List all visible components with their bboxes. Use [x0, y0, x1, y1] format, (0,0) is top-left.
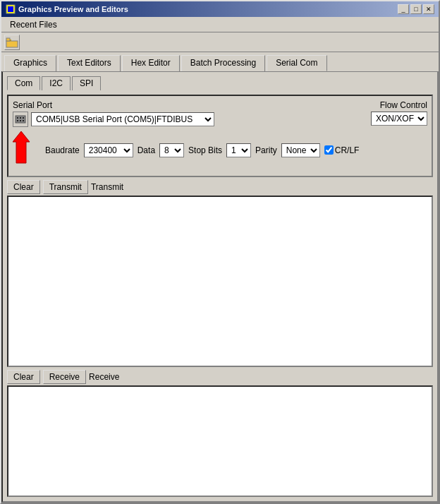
sub-tab-spi[interactable]: SPI: [72, 76, 101, 90]
main-window: Graphics Preview and Editors _ □ ✕ Recen…: [0, 0, 440, 504]
title-bar: Graphics Preview and Editors _ □ ✕: [1, 1, 439, 17]
svg-rect-10: [20, 120, 21, 121]
svg-marker-13: [13, 131, 30, 163]
svg-rect-1: [8, 6, 13, 12]
transmit-section-label: Transmit: [91, 182, 123, 192]
tab-content: Com I2C SPI Serial Port: [1, 71, 439, 503]
sub-tab-com[interactable]: Com: [7, 76, 40, 90]
transmit-clear-button[interactable]: Clear: [7, 180, 40, 194]
serial-panel: Serial Port: [7, 95, 433, 177]
serial-port-select[interactable]: COM5|USB Serial Port (COM5)|FTDIBUS: [31, 112, 214, 126]
transmit-toolbar: Clear Transmit Transmit: [7, 180, 433, 194]
sub-tabs: Com I2C SPI: [7, 76, 433, 90]
serial-port-icon: [13, 112, 28, 127]
serial-port-row: COM5|USB Serial Port (COM5)|FTDIBUS: [13, 112, 214, 127]
svg-rect-6: [17, 117, 18, 119]
menubar: Recent Files: [1, 17, 439, 32]
data-bits-select[interactable]: 5 6 7 8: [159, 143, 184, 157]
close-button[interactable]: ✕: [423, 4, 434, 14]
receive-button[interactable]: Receive: [43, 370, 86, 384]
arrow-indicator: [13, 131, 41, 169]
tab-batch-processing[interactable]: Batch Processing: [181, 55, 265, 71]
stop-bits-select[interactable]: 1 1.5 2: [226, 143, 251, 157]
serial-row2: Baudrate 9600 19200 38400 57600 115200 2…: [13, 131, 427, 169]
svg-rect-5: [16, 116, 25, 123]
svg-rect-7: [20, 117, 21, 119]
baudrate-label: Baudrate: [45, 145, 80, 155]
tab-serial-com[interactable]: Serial Com: [267, 55, 326, 71]
title-controls: _ □ ✕: [398, 4, 434, 14]
receive-toolbar: Clear Receive Receive: [7, 370, 433, 384]
window-title: Graphics Preview and Editors: [18, 5, 128, 13]
serial-port-label: Serial Port: [13, 100, 214, 110]
crlf-checkbox[interactable]: [324, 145, 334, 155]
maximize-button[interactable]: □: [410, 4, 422, 14]
serial-row1: Serial Port: [13, 100, 427, 127]
parity-label: Parity: [255, 145, 277, 155]
app-icon: [6, 4, 16, 14]
stop-bits-label: Stop Bits: [188, 145, 222, 155]
data-bits-label: Data: [138, 145, 155, 155]
up-left-arrow-icon: [13, 131, 41, 167]
receive-area: Clear Receive Receive: [7, 370, 433, 497]
transmit-button[interactable]: Transmit: [43, 180, 88, 194]
svg-rect-3: [6, 41, 18, 47]
baudrate-select[interactable]: 9600 19200 38400 57600 115200 230400: [84, 143, 133, 157]
receive-text-area[interactable]: [7, 385, 433, 497]
svg-rect-9: [17, 120, 18, 121]
minimize-button[interactable]: _: [398, 4, 409, 14]
svg-rect-11: [23, 120, 24, 121]
main-tabs: Graphics Text Editors Hex Editor Batch P…: [1, 52, 439, 71]
tab-text-editors[interactable]: Text Editors: [58, 55, 121, 71]
transmit-text-area[interactable]: [7, 196, 433, 367]
flow-control-section: Flow Control XON/XOFF None Hardware: [371, 100, 427, 126]
tab-hex-editor[interactable]: Hex Editor: [122, 55, 180, 71]
svg-rect-8: [23, 117, 24, 119]
flow-control-label: Flow Control: [380, 100, 427, 110]
menu-recent-files[interactable]: Recent Files: [4, 18, 63, 31]
crlf-label[interactable]: CR/LF: [324, 145, 360, 155]
tab-graphics[interactable]: Graphics: [4, 55, 56, 71]
sub-tab-i2c[interactable]: I2C: [42, 76, 71, 90]
svg-rect-4: [6, 38, 10, 41]
toolbar: [1, 32, 439, 52]
crlf-text: CR/LF: [335, 145, 360, 155]
toolbar-open-button[interactable]: [4, 35, 20, 50]
flow-control-select[interactable]: XON/XOFF None Hardware: [371, 112, 427, 126]
receive-clear-button[interactable]: Clear: [7, 370, 40, 384]
serial-port-section: Serial Port: [13, 100, 214, 127]
title-bar-left: Graphics Preview and Editors: [6, 4, 128, 14]
receive-section-label: Receive: [89, 372, 119, 382]
parity-select[interactable]: None Odd Even Mark Space: [281, 143, 320, 157]
transmit-area: Clear Transmit Transmit: [7, 180, 433, 367]
